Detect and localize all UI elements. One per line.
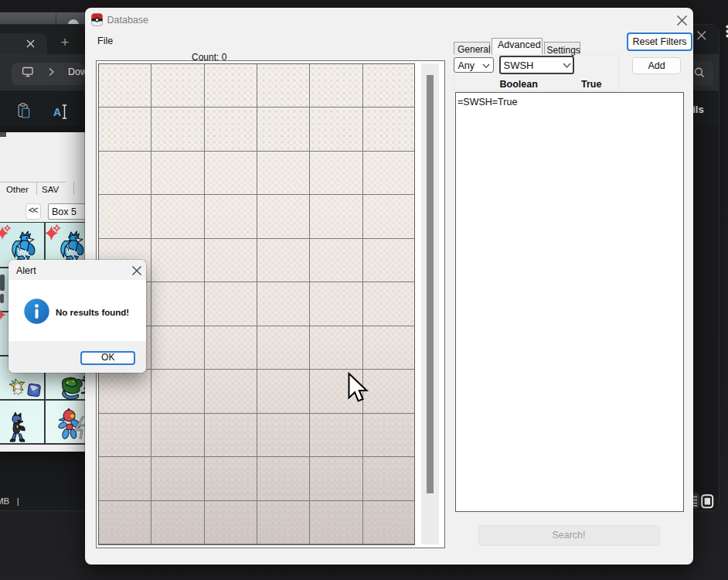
svg-text:A: A — [53, 106, 61, 118]
